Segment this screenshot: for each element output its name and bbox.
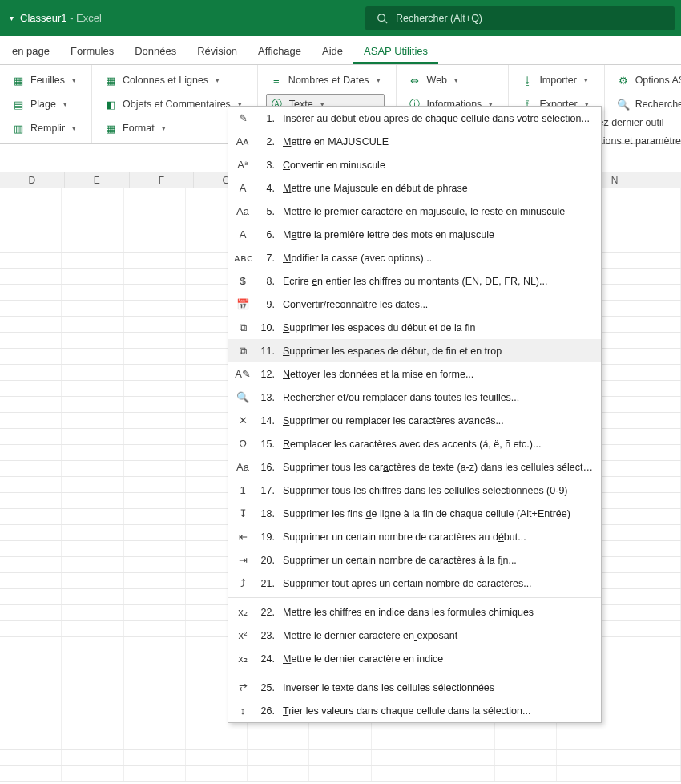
menu-item-label: Supprimer tous les caractères de texte (…	[283, 462, 593, 473]
col-header[interactable]: E	[65, 172, 130, 188]
menu-item[interactable]: ↕26.Trier les valeurs dans chaque cellul…	[228, 699, 601, 722]
grid-row[interactable]	[0, 766, 681, 782]
menu-item[interactable]: 📅9.Convertir/reconnaître les dates...	[228, 293, 601, 316]
menu-item-icon: x₂	[235, 604, 251, 620]
menu-item[interactable]: ⇥20.Supprimer un certain nombre de carac…	[228, 548, 601, 572]
menu-item[interactable]: ✎1.Insérer au début et/ou après de chaqu…	[228, 107, 601, 130]
tab-affichage[interactable]: Affichage	[248, 38, 312, 64]
menu-item[interactable]: ⧉11.Supprimer les espaces de début, de f…	[228, 339, 601, 362]
feuilles-button[interactable]: ▦ Feuilles▾	[8, 70, 80, 91]
search-icon	[377, 13, 388, 24]
menu-item-number: 12.	[259, 369, 275, 380]
menu-item-number: 2.	[259, 136, 275, 148]
menu-item[interactable]: ⧉10.Supprimer les espaces du début et de…	[228, 316, 601, 339]
svg-point-0	[378, 14, 385, 21]
menu-item-label: Supprimer les espaces de début, de fin e…	[283, 346, 593, 357]
menu-item-number: 1.	[259, 113, 275, 124]
menu-item[interactable]: x₂22.Mettre les chiffres en indice dans …	[228, 600, 601, 624]
objets-commentaires-button[interactable]: ◧ Objets et Commentaires▾	[100, 94, 246, 115]
menu-item-icon: ⧉	[235, 320, 251, 336]
menu-item-icon: ⇥	[235, 552, 251, 568]
menu-item[interactable]: A✎12.Nettoyer les données et la mise en …	[228, 362, 601, 386]
menu-item-label: Insérer au début et/ou après de chaque c…	[283, 113, 593, 124]
remplir-button[interactable]: ▥ Remplir▾	[8, 118, 80, 139]
menu-item-label: Convertir/reconnaître les dates...	[283, 299, 593, 310]
options-asap-button[interactable]: ⚙ Options ASAP Utilities▾	[613, 70, 681, 91]
menu-item[interactable]: ↧18.Supprimer les fins de ligne à la fin…	[228, 502, 601, 525]
menu-item-label: Supprimer les fins de ligne à la fin de …	[283, 508, 593, 519]
menu-item-label: Convertir en minuscule	[283, 160, 593, 171]
menu-item-number: 14.	[259, 415, 275, 426]
menu-item-icon: A	[235, 227, 251, 243]
menu-item-icon: 📅	[235, 297, 251, 313]
menu-item-number: 8.	[259, 276, 275, 287]
menu-item-label: Trier les valeurs dans chaque cellule da…	[283, 705, 593, 717]
objects-comments-icon: ◧	[104, 98, 117, 111]
search-box[interactable]: Rechercher (Alt+Q)	[365, 6, 675, 30]
grid-row[interactable]	[0, 750, 681, 766]
menu-item[interactable]: Aa5.Mettre le premier caractère en majus…	[228, 200, 601, 223]
menu-item[interactable]: ✕14.Supprimer ou remplacer les caractère…	[228, 409, 601, 432]
menu-item-number: 4.	[259, 183, 275, 194]
menu-item[interactable]: ⇄25.Inverser le texte dans les cellules …	[228, 676, 601, 699]
menu-item-number: 11.	[259, 346, 275, 357]
gear-icon: ⚙	[617, 74, 630, 87]
menu-item-number: 10.	[259, 322, 275, 333]
grid-row[interactable]	[0, 733, 681, 750]
menu-item-number: 5.	[259, 206, 275, 217]
numbers-dates-icon: ≡	[270, 74, 283, 87]
tab-aide[interactable]: Aide	[312, 38, 353, 64]
texte-dropdown-menu: ✎1.Insérer au début et/ou après de chaqu…	[228, 106, 602, 723]
tab-page-layout[interactable]: en page	[2, 38, 60, 64]
menu-item[interactable]: x₂24.Mettre le dernier caractère en indi…	[228, 647, 601, 670]
menu-item-icon: ✎	[235, 111, 251, 127]
menu-item[interactable]: ⇤19.Supprimer un certain nombre de carac…	[228, 525, 601, 548]
col-header[interactable]: F	[130, 172, 195, 188]
menu-item[interactable]: 117.Supprimer tous les chiffres dans les…	[228, 479, 601, 502]
menu-item-label: Supprimer les espaces du début et de la …	[283, 322, 593, 333]
menu-separator	[228, 673, 601, 673]
tab-asap-utilities[interactable]: ASAP Utilities	[353, 38, 438, 64]
menu-item[interactable]: A4.Mettre une Majuscule en début de phra…	[228, 176, 601, 200]
menu-item[interactable]: Aᴀ2.Mettre en MAJUSCULE	[228, 130, 601, 153]
chevron-down-icon[interactable]: ▾	[10, 14, 14, 22]
menu-item[interactable]: Aᵃ3.Convertir en minuscule	[228, 153, 601, 176]
menu-item[interactable]: Aa16.Supprimer tous les caractères de te…	[228, 455, 601, 479]
menu-item-label: Ecrire en entier les chiffres ou montant…	[283, 276, 593, 287]
menu-item[interactable]: 🔍13.Rechercher et/ou remplacer dans tout…	[228, 386, 601, 409]
menu-item[interactable]: x²23.Mettre le dernier caractère en expo…	[228, 624, 601, 647]
menu-item-label: Mettre une Majuscule en début de phrase	[283, 183, 593, 194]
tab-donnees[interactable]: Données	[124, 38, 187, 64]
col-header[interactable]: D	[0, 172, 65, 188]
rechercher-lancer-button[interactable]: 🔍 Rechercher et démarrer un	[613, 94, 681, 115]
menu-item-number: 19.	[259, 531, 275, 543]
menu-item-icon: Ω	[235, 436, 251, 452]
web-button[interactable]: ⇔ Web▾	[405, 70, 498, 91]
menu-item[interactable]: $8.Ecrire en entier les chiffres ou mont…	[228, 269, 601, 293]
menu-item-number: 9.	[259, 299, 275, 310]
menu-item-icon: A✎	[235, 366, 251, 382]
format-button[interactable]: ▦ Format▾	[100, 118, 246, 139]
menu-item-number: 13.	[259, 392, 275, 403]
menu-item-label: Remplacer les caractères avec des accent…	[283, 438, 593, 450]
importer-button[interactable]: ⭳ Importer▾	[517, 70, 592, 91]
plage-button[interactable]: ▤ Plage▾	[8, 94, 80, 115]
search-placeholder: Rechercher (Alt+Q)	[396, 13, 482, 24]
menu-item-label: Supprimer un certain nombre de caractère…	[283, 555, 593, 566]
nombres-dates-button[interactable]: ≡ Nombres et Dates▾	[266, 70, 385, 91]
menu-item-label: Inverser le texte dans les cellules séle…	[283, 682, 593, 693]
menu-item[interactable]: Ω15.Remplacer les caractères avec des ac…	[228, 432, 601, 455]
colonnes-lignes-button[interactable]: ▦ Colonnes et Lignes▾	[100, 70, 246, 91]
menu-item[interactable]: A6.Mettre la première lettre des mots en…	[228, 223, 601, 246]
menu-item[interactable]: ᴀʙᴄ7.Modifier la casse (avec options)...	[228, 246, 601, 269]
menu-item-icon: ✕	[235, 413, 251, 429]
menu-item-icon: Aᴀ	[235, 134, 251, 150]
tab-revision[interactable]: Révision	[187, 38, 248, 64]
range-icon: ▤	[12, 98, 25, 111]
sheets-icon: ▦	[12, 74, 25, 87]
menu-item-icon: A	[235, 180, 251, 196]
menu-item[interactable]: ⤴21.Supprimer tout après un certain nomb…	[228, 572, 601, 595]
title-left: ▾ Classeur1 - Excel	[6, 12, 102, 24]
tab-formules[interactable]: Formules	[60, 38, 124, 64]
menu-item-icon: Aᵃ	[235, 157, 251, 173]
